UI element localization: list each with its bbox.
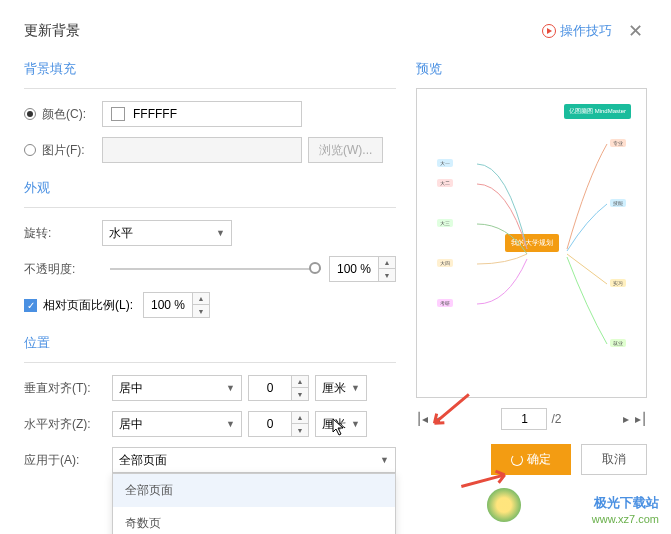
halign-label: 水平对齐(Z): bbox=[24, 416, 112, 433]
pager-total: /2 bbox=[551, 412, 561, 426]
valign-offset-input[interactable] bbox=[248, 375, 292, 401]
chevron-down-icon: ▼ bbox=[216, 228, 225, 238]
section-preview-title: 预览 bbox=[416, 60, 647, 82]
valign-select[interactable]: 居中 ▼ bbox=[112, 375, 242, 401]
mindmap-center: 我的大学规划 bbox=[505, 234, 559, 252]
rotate-value: 水平 bbox=[109, 225, 133, 242]
image-label: 图片(F): bbox=[42, 142, 85, 159]
pager-prev[interactable]: ◂ bbox=[434, 412, 440, 426]
valign-value: 居中 bbox=[119, 380, 143, 397]
dialog-title: 更新背景 bbox=[24, 22, 80, 40]
dropdown-item-all[interactable]: 全部页面 bbox=[113, 474, 395, 507]
chevron-down-icon: ▼ bbox=[351, 419, 360, 429]
valign-label: 垂直对齐(T): bbox=[24, 380, 112, 397]
spinner-up[interactable]: ▲ bbox=[292, 376, 308, 388]
ok-button[interactable]: 确定 bbox=[491, 444, 571, 475]
tips-label: 操作技巧 bbox=[560, 22, 612, 40]
section-appearance: 外观 旋转: 水平 ▼ 不透明度: bbox=[24, 179, 396, 318]
color-input[interactable]: FFFFFF bbox=[102, 101, 302, 127]
opacity-label: 不透明度: bbox=[24, 261, 102, 278]
dropdown-item-odd[interactable]: 奇数页 bbox=[113, 507, 395, 534]
halign-unit: 厘米 bbox=[322, 416, 346, 433]
spinner-up[interactable]: ▲ bbox=[193, 293, 209, 305]
color-swatch bbox=[111, 107, 125, 121]
relative-label: 相对页面比例(L): bbox=[43, 297, 133, 314]
watermark-line2: www.xz7.com bbox=[592, 512, 659, 526]
watermark: 极光下载站 www.xz7.com bbox=[592, 495, 659, 526]
color-value: FFFFFF bbox=[133, 107, 177, 121]
dialog-header: 更新背景 操作技巧 ✕ bbox=[24, 20, 647, 42]
mindmap-brand: 亿图脑图 MindMaster bbox=[564, 104, 631, 119]
chevron-down-icon: ▼ bbox=[351, 383, 360, 393]
tips-link[interactable]: 操作技巧 bbox=[542, 22, 612, 40]
slider-thumb[interactable] bbox=[309, 262, 321, 274]
spinner-up[interactable]: ▲ bbox=[379, 257, 395, 269]
pager-input[interactable] bbox=[501, 408, 547, 430]
valign-unit-select[interactable]: 厘米 ▼ bbox=[315, 375, 367, 401]
pager-next[interactable]: ▸ bbox=[623, 412, 629, 426]
chevron-down-icon: ▼ bbox=[226, 383, 235, 393]
section-appearance-title: 外观 bbox=[24, 179, 396, 201]
spinner-down[interactable]: ▼ bbox=[193, 305, 209, 317]
color-label: 颜色(C): bbox=[42, 106, 86, 123]
halign-value: 居中 bbox=[119, 416, 143, 433]
radio-color[interactable] bbox=[24, 108, 36, 120]
section-fill-title: 背景填充 bbox=[24, 60, 396, 82]
close-button[interactable]: ✕ bbox=[624, 20, 647, 42]
halign-offset-input[interactable] bbox=[248, 411, 292, 437]
halign-select[interactable]: 居中 ▼ bbox=[112, 411, 242, 437]
watermark-line1: 极光下载站 bbox=[592, 495, 659, 512]
ok-label: 确定 bbox=[527, 451, 551, 468]
chevron-down-icon: ▼ bbox=[380, 455, 389, 465]
cancel-button[interactable]: 取消 bbox=[581, 444, 647, 475]
relative-input[interactable] bbox=[143, 292, 193, 318]
preview-canvas: 亿图脑图 MindMaster 我的大学规划 大一 大二 大三 大四 考研 专业… bbox=[416, 88, 647, 398]
rotate-label: 旋转: bbox=[24, 225, 102, 242]
rotate-select[interactable]: 水平 ▼ bbox=[102, 220, 232, 246]
spinner-down[interactable]: ▼ bbox=[292, 424, 308, 436]
site-logo-icon bbox=[487, 488, 521, 522]
relative-checkbox[interactable]: ✓ bbox=[24, 299, 37, 312]
spinner-down[interactable]: ▼ bbox=[292, 388, 308, 400]
spinner-up[interactable]: ▲ bbox=[292, 412, 308, 424]
valign-unit: 厘米 bbox=[322, 380, 346, 397]
pager-last[interactable]: ▸⎮ bbox=[635, 412, 647, 426]
apply-dropdown: 全部页面 奇数页 偶数页 自定义 bbox=[112, 473, 396, 534]
radio-image[interactable] bbox=[24, 144, 36, 156]
section-position-title: 位置 bbox=[24, 334, 396, 356]
pager-first[interactable]: ⎮◂ bbox=[416, 412, 428, 426]
halign-unit-select[interactable]: 厘米 ▼ bbox=[315, 411, 367, 437]
apply-label: 应用于(A): bbox=[24, 452, 112, 469]
chevron-down-icon: ▼ bbox=[226, 419, 235, 429]
pager: ⎮◂ ◂ /2 ▸ ▸⎮ bbox=[416, 408, 647, 430]
section-fill: 背景填充 颜色(C): FFFFFF 图片(F): bbox=[24, 60, 396, 163]
spinner-down[interactable]: ▼ bbox=[379, 269, 395, 281]
opacity-input[interactable] bbox=[329, 256, 379, 282]
section-position: 位置 垂直对齐(T): 居中 ▼ ▲ ▼ bbox=[24, 334, 396, 534]
apply-select[interactable]: 全部页面 ▼ bbox=[112, 447, 396, 473]
browse-button[interactable]: 浏览(W)... bbox=[308, 137, 383, 163]
apply-value: 全部页面 bbox=[119, 452, 167, 469]
play-icon bbox=[542, 24, 556, 38]
image-path-input bbox=[102, 137, 302, 163]
opacity-slider[interactable] bbox=[110, 268, 321, 270]
refresh-icon bbox=[511, 454, 523, 466]
